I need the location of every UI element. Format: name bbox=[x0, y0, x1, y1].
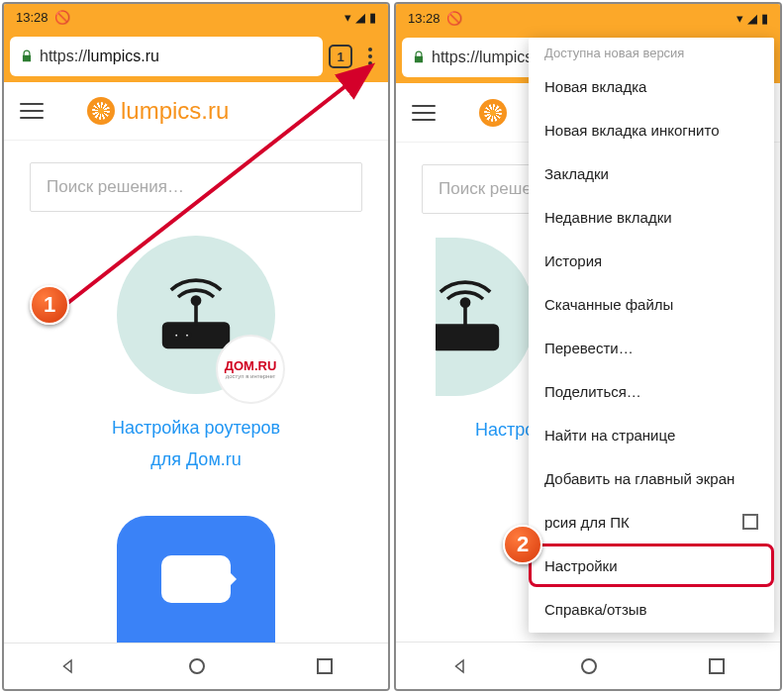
checkbox-icon[interactable] bbox=[742, 514, 758, 530]
svg-point-1 bbox=[192, 297, 199, 304]
menu-header: Доступна новая версия bbox=[529, 38, 774, 64]
hamburger-icon[interactable] bbox=[20, 97, 48, 125]
svg-point-4 bbox=[184, 333, 189, 338]
svg-rect-6 bbox=[318, 659, 332, 673]
search-input[interactable]: Поиск решения… bbox=[30, 162, 362, 212]
domru-badge: ДОМ.RU доступ в интернет bbox=[216, 335, 285, 404]
menu-item-desktop[interactable]: рсия для ПК bbox=[529, 500, 774, 544]
url-text: https://lumpics.ru bbox=[40, 48, 159, 65]
menu-item-history[interactable]: История bbox=[529, 239, 774, 282]
nav-home-icon[interactable] bbox=[189, 658, 205, 674]
browser-toolbar: https://lumpics.ru 1 bbox=[4, 32, 388, 82]
menu-item-help[interactable]: Справка/отзыв bbox=[529, 587, 774, 631]
menu-item-find[interactable]: Найти на странице bbox=[529, 413, 774, 456]
no-sim-icon: 🚫 bbox=[54, 10, 70, 25]
site-logo[interactable] bbox=[479, 99, 507, 127]
article-tile-zoom[interactable] bbox=[117, 516, 275, 643]
menu-item-recent-tabs[interactable]: Недавние вкладки bbox=[529, 195, 774, 239]
menu-item-new-tab[interactable]: Новая вкладка bbox=[529, 64, 774, 108]
logo-sun-icon bbox=[87, 97, 115, 125]
url-field[interactable]: https://lumpics.ru bbox=[10, 37, 323, 76]
lock-icon bbox=[412, 50, 426, 64]
nav-home-icon[interactable] bbox=[581, 658, 597, 674]
svg-rect-9 bbox=[436, 326, 497, 348]
status-time: 13:28 bbox=[408, 11, 441, 26]
logo-sun-icon bbox=[479, 99, 507, 127]
svg-point-8 bbox=[461, 299, 468, 306]
article-tile-router[interactable]: ДОМ.RU доступ в интернет Настройка роуте… bbox=[4, 222, 388, 490]
step-badge-1: 1 bbox=[30, 285, 69, 325]
svg-point-10 bbox=[582, 659, 596, 673]
menu-item-incognito[interactable]: Новая вкладка инкогнито bbox=[529, 108, 774, 151]
router-illustration: ДОМ.RU доступ в интернет bbox=[117, 236, 275, 394]
signal-icon: ◢ bbox=[355, 10, 365, 25]
wifi-icon: ▾ bbox=[344, 10, 351, 25]
status-bar: 13:28 🚫 ▾ ◢ ▮ bbox=[4, 4, 388, 32]
status-bar: 13:28 🚫 ▾ ◢ ▮ bbox=[396, 4, 780, 32]
nav-back-icon[interactable] bbox=[59, 657, 77, 675]
tile-title: Настройка роутеров для Дом.ru bbox=[44, 412, 348, 476]
android-navbar bbox=[396, 642, 780, 689]
no-sim-icon: 🚫 bbox=[446, 11, 462, 26]
phone-right: 13:28 🚫 ▾ ◢ ▮ https://lumpics… Поиск реш… bbox=[394, 2, 782, 691]
battery-icon: ▮ bbox=[761, 11, 768, 26]
menu-button[interactable] bbox=[358, 45, 382, 68]
lock-icon bbox=[20, 50, 34, 63]
menu-item-share[interactable]: Поделиться… bbox=[529, 369, 774, 413]
nav-back-icon[interactable] bbox=[451, 657, 469, 675]
tab-count-button[interactable]: 1 bbox=[329, 45, 352, 68]
menu-item-translate[interactable]: Перевести… bbox=[529, 326, 774, 369]
menu-item-settings[interactable]: Настройки bbox=[529, 544, 774, 587]
phone-left: 13:28 🚫 ▾ ◢ ▮ https://lumpics.ru 1 lumpi… bbox=[2, 2, 390, 691]
nav-recent-icon[interactable] bbox=[317, 658, 333, 674]
logo-text: lumpics.ru bbox=[121, 97, 229, 125]
site-logo[interactable]: lumpics.ru bbox=[87, 97, 229, 125]
menu-item-label: рсия для ПК bbox=[544, 514, 630, 531]
svg-point-5 bbox=[190, 659, 204, 673]
svg-rect-11 bbox=[710, 659, 724, 673]
nav-recent-icon[interactable] bbox=[709, 658, 725, 674]
menu-item-add-home[interactable]: Добавить на главный экран bbox=[529, 456, 774, 500]
router-icon bbox=[436, 272, 510, 361]
menu-item-bookmarks[interactable]: Закладки bbox=[529, 151, 774, 195]
svg-point-3 bbox=[174, 333, 179, 338]
wifi-icon: ▾ bbox=[736, 11, 743, 26]
battery-icon: ▮ bbox=[369, 10, 376, 25]
hamburger-icon[interactable] bbox=[412, 99, 440, 127]
status-time: 13:28 bbox=[16, 10, 49, 25]
site-header: lumpics.ru bbox=[4, 82, 388, 141]
step-badge-2: 2 bbox=[503, 525, 542, 564]
router-illustration bbox=[436, 238, 535, 396]
menu-item-downloads[interactable]: Скачанные файлы bbox=[529, 282, 774, 326]
android-navbar bbox=[4, 643, 388, 689]
chrome-overflow-menu: Доступна новая версия Новая вкладка Нова… bbox=[529, 38, 774, 633]
signal-icon: ◢ bbox=[747, 11, 757, 26]
camera-icon bbox=[161, 555, 231, 603]
